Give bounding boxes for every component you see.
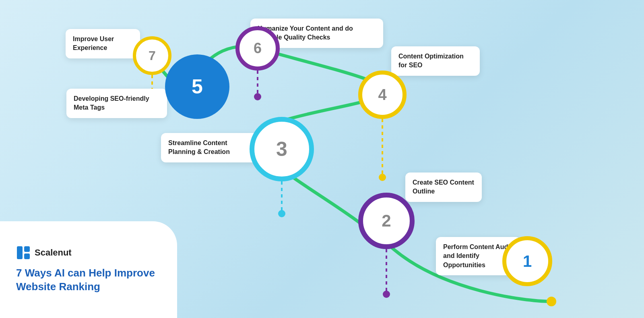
callout-4: Content Optimization for SEO — [391, 46, 480, 76]
step-3-circle: 3 — [250, 117, 314, 181]
step-7-circle: 7 — [133, 36, 171, 75]
callout-2: Create SEO Content Outline — [405, 173, 482, 202]
callout-4-text: Content Optimization for SEO — [398, 53, 464, 69]
bottom-panel: Scalenut 7 Ways AI can Help ImproveWebsi… — [0, 221, 177, 318]
step-7-number: 7 — [149, 48, 156, 63]
svg-rect-11 — [17, 246, 23, 259]
main-container: 1 Perform Content Audit and Identify Opp… — [0, 0, 644, 318]
logo-row: Scalenut — [16, 245, 161, 260]
callout-1-text: Perform Content Audit and Identify Oppor… — [443, 243, 512, 268]
callout-7: Improve User Experience — [66, 29, 140, 58]
tagline-text: 7 Ways AI can Help ImproveWebsite Rankin… — [16, 267, 155, 293]
callout-3: Streamline Content Planning & Creation — [161, 133, 258, 162]
step-1-number: 1 — [523, 252, 532, 270]
callout-7-text: Improve User Experience — [73, 35, 114, 51]
svg-point-9 — [254, 93, 261, 100]
step-3-number: 3 — [276, 137, 287, 161]
brand-name: Scalenut — [35, 247, 72, 258]
step-5-number: 5 — [192, 75, 203, 98]
step-6-circle: 6 — [235, 26, 280, 71]
svg-rect-12 — [24, 246, 30, 252]
step-4-circle: 4 — [358, 71, 407, 119]
callout-3-text: Streamline Content Planning & Creation — [168, 139, 230, 155]
callout-5: Developing SEO-friendly Meta Tags — [66, 89, 167, 118]
step-1-circle: 1 — [502, 236, 552, 286]
step-6-number: 6 — [254, 40, 262, 57]
svg-point-5 — [379, 174, 386, 181]
scalenut-logo-icon — [16, 245, 31, 260]
svg-point-10 — [547, 297, 556, 306]
svg-point-7 — [383, 291, 390, 298]
step-2-circle: 2 — [358, 193, 415, 249]
svg-point-6 — [278, 210, 285, 217]
step-5-circle: 5 — [165, 54, 229, 119]
callout-2-text: Create SEO Content Outline — [413, 179, 474, 195]
step-4-number: 4 — [378, 86, 386, 104]
callout-5-text: Developing SEO-friendly Meta Tags — [74, 95, 149, 111]
svg-rect-13 — [24, 254, 30, 259]
step-2-number: 2 — [382, 211, 391, 231]
tagline: 7 Ways AI can Help ImproveWebsite Rankin… — [16, 266, 161, 294]
